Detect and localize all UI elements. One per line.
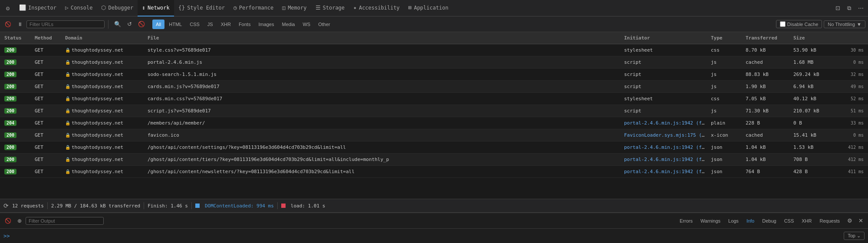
reload-button[interactable]: ↺ xyxy=(125,20,134,29)
console-tab-css[interactable]: CSS xyxy=(781,217,798,224)
clear-button[interactable]: 🚫 xyxy=(3,20,13,29)
nav-tab-network[interactable]: ↕Network xyxy=(138,0,174,16)
console-tab-logs[interactable]: Logs xyxy=(725,217,742,224)
console-filter-input[interactable] xyxy=(29,218,101,223)
status-badge: 204 xyxy=(4,120,16,126)
console-tabs: ErrorsWarningsLogsInfoDebugCSSXHRRequest… xyxy=(676,217,843,224)
type-filter-media[interactable]: Media xyxy=(278,20,298,29)
table-row[interactable]: 200GET🔒thoughtodyssey.netcards.min.css?v… xyxy=(0,93,868,105)
type-filters: AllHTMLCSSJSXHRFontsImagesMediaWSOther xyxy=(152,20,334,29)
th-status[interactable]: Status xyxy=(3,35,33,41)
type-filter-xhr[interactable]: XHR xyxy=(217,20,234,29)
nav-tab-icon-storage: ☰ xyxy=(316,4,321,11)
td-domain: 🔒thoughtodyssey.net xyxy=(63,157,146,162)
td-size: 40.12 kB xyxy=(792,96,839,102)
table-row[interactable]: 200GET🔒thoughtodyssey.netscript.js?v=576… xyxy=(0,105,868,117)
type-filter-html[interactable]: HTML xyxy=(165,20,185,29)
table-row[interactable]: 200GET🔒thoughtodyssey.netcards.min.js?v=… xyxy=(0,81,868,93)
table-row[interactable]: 200GET🔒thoughtodyssey.netportal-2.4.6.mi… xyxy=(0,56,868,69)
table-body: 200GET🔒thoughtodyssey.netstyle.css?v=576… xyxy=(0,44,868,199)
type-filter-other[interactable]: Other xyxy=(315,20,334,29)
block-button[interactable]: 🚫 xyxy=(136,20,147,29)
type-filter-css[interactable]: CSS xyxy=(186,20,203,29)
nav-tab-inspector[interactable]: ⬜Inspector xyxy=(15,0,61,16)
console-tab-requests[interactable]: Requests xyxy=(816,217,843,224)
console-tab-info[interactable]: Info xyxy=(743,217,758,224)
table-row[interactable]: 200GET🔒thoughtodyssey.net/ghost/api/cont… xyxy=(0,166,868,178)
console-tab-warnings[interactable]: Warnings xyxy=(697,217,724,224)
console-input[interactable] xyxy=(12,233,841,239)
type-filter-all[interactable]: All xyxy=(152,20,164,29)
status-badge: 200 xyxy=(4,144,16,150)
td-method: GET xyxy=(33,144,63,150)
th-transferred[interactable]: Transferred xyxy=(744,35,792,41)
console-tab-errors[interactable]: Errors xyxy=(676,217,696,224)
nav-tab-icon-inspector: ⬜ xyxy=(19,4,26,11)
td-domain: 🔒thoughtodyssey.net xyxy=(63,132,146,138)
td-file: portal-2.4.6.min.js xyxy=(146,59,622,65)
type-filter-ws[interactable]: WS xyxy=(299,20,314,29)
td-size: 15.41 kB xyxy=(792,132,839,138)
th-type[interactable]: Type xyxy=(709,35,744,41)
td-time: 0 ms xyxy=(852,60,865,65)
console-clear-button[interactable]: 🚫 xyxy=(3,217,13,225)
nav-tab-accessibility[interactable]: ✦Accessibility xyxy=(349,0,404,16)
throttle-button[interactable]: No Throttling ▼ xyxy=(824,20,865,28)
td-method: GET xyxy=(33,96,63,102)
td-file: cards.min.css?v=57689de017 xyxy=(146,96,622,102)
td-status: 200 xyxy=(3,169,33,174)
nav-tab-style-editor[interactable]: {}Style Editor xyxy=(174,0,229,16)
more-button[interactable]: ⋯ xyxy=(855,3,866,13)
td-initiator: script xyxy=(622,72,709,77)
type-filter-images[interactable]: Images xyxy=(255,20,277,29)
console-close-button[interactable]: ✕ xyxy=(856,216,865,225)
td-file: style.css?v=57689de017 xyxy=(146,47,622,53)
disable-cache-checkbox[interactable] xyxy=(780,21,786,27)
table-row[interactable]: 200GET🔒thoughtodyssey.net/ghost/api/cont… xyxy=(0,141,868,154)
td-initiator: portal-2.4.6.min.js:1942 (fetch) xyxy=(622,169,709,174)
th-initiator[interactable]: Initiator xyxy=(622,35,709,41)
nav-tab-memory[interactable]: ◫Memory xyxy=(278,0,311,16)
undock-button[interactable]: ⧉ xyxy=(845,3,854,13)
dock-button[interactable]: ⊡ xyxy=(833,3,843,13)
initiator-link[interactable]: portal-2.4.6.min.js:1942 (fetch) xyxy=(624,169,709,174)
table-row[interactable]: 200GET🔒thoughtodyssey.netfavicon.icoFavi… xyxy=(0,129,868,141)
nav-tab-performance[interactable]: ◷Performance xyxy=(229,0,278,16)
nav-tab-application[interactable]: ⊞Application xyxy=(404,0,453,16)
initiator-link[interactable]: portal-2.4.6.min.js:1942 (fetch) xyxy=(624,120,709,126)
td-transferred: 7.05 kB xyxy=(744,96,792,102)
nav-tab-console[interactable]: ▷Console xyxy=(61,0,97,16)
type-filter-fonts[interactable]: Fonts xyxy=(235,20,254,29)
table-row[interactable]: 200GET🔒thoughtodyssey.netstyle.css?v=576… xyxy=(0,44,868,56)
search-button[interactable]: 🔍 xyxy=(112,20,123,29)
table-row[interactable]: 200GET🔒thoughtodyssey.net/ghost/api/cont… xyxy=(0,154,868,166)
filter-url-input[interactable] xyxy=(30,22,102,27)
table-row[interactable]: 204GET🔒thoughtodyssey.net/members/api/me… xyxy=(0,117,868,129)
nav-tab-debugger[interactable]: ⬡Debugger xyxy=(97,0,138,16)
console-tab-xhr[interactable]: XHR xyxy=(798,217,815,224)
th-domain[interactable]: Domain xyxy=(63,35,146,41)
td-type: js xyxy=(709,108,744,114)
console-settings-button[interactable]: ⚙ xyxy=(845,216,855,225)
td-type: css xyxy=(709,47,744,53)
console-funnel-button[interactable]: ⊕ xyxy=(15,217,24,225)
initiator-link[interactable]: portal-2.4.6.min.js:1942 (fetch) xyxy=(624,157,709,162)
td-status: 204 xyxy=(3,120,33,126)
td-initiator: stylesheet xyxy=(622,47,709,53)
td-file: /ghost/api/content/newsletters/?key=0811… xyxy=(146,169,622,174)
nav-tab-label-memory: Memory xyxy=(288,5,306,11)
nav-tab-storage[interactable]: ☰Storage xyxy=(311,0,349,16)
th-method[interactable]: Method xyxy=(33,35,63,41)
type-filter-js[interactable]: JS xyxy=(204,20,217,29)
table-row[interactable]: 200GET🔒thoughtodyssey.netsodo-search-1.5… xyxy=(0,69,868,81)
th-file[interactable]: File xyxy=(146,35,622,41)
th-size[interactable]: Size xyxy=(792,35,839,41)
console-tab-debug[interactable]: Debug xyxy=(759,217,779,224)
initiator-link[interactable]: FaviconLoader.sys.mjs:175 (img) xyxy=(624,132,709,138)
initiator-link[interactable]: portal-2.4.6.min.js:1942 (fetch) xyxy=(624,144,709,150)
top-button[interactable]: Top ⌄ xyxy=(844,232,865,240)
disable-cache-button[interactable]: Disable Cache xyxy=(776,20,822,28)
pause-button[interactable]: ⏸ xyxy=(15,20,25,29)
status-badge: 200 xyxy=(4,84,16,89)
devtools-logo: ⚙ xyxy=(2,2,14,14)
